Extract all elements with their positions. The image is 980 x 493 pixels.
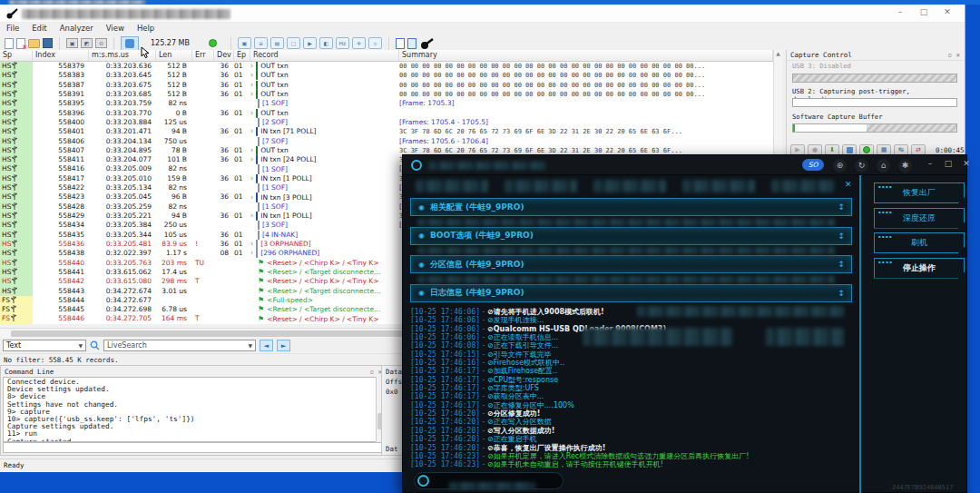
device-icon[interactable]: ▣ xyxy=(66,38,78,48)
flasher-action-button[interactable]: 恢复出厂 xyxy=(874,182,965,203)
collapse-arrows-icon[interactable]: ↕ xyxy=(838,232,845,241)
pin-icon[interactable]: ▫ xyxy=(947,51,952,59)
expand-arrow-icon[interactable]: › xyxy=(250,109,253,118)
tab-redacted[interactable] xyxy=(771,180,835,192)
command-output[interactable]: Connected device.Device settings updated… xyxy=(3,377,384,442)
minimize-button[interactable]: – xyxy=(888,7,912,16)
panel-navigator-icon[interactable]: ▣ xyxy=(238,37,251,49)
collapse-arrows-icon[interactable]: ↕ xyxy=(838,289,845,298)
stop-capture-button[interactable] xyxy=(121,36,139,51)
table-row[interactable]: HS5583910:33.203.685512 B3601›OUT txn00 … xyxy=(0,90,773,99)
flasher-close-button[interactable]: ✕ xyxy=(958,159,975,168)
export-data-icon[interactable] xyxy=(407,38,416,49)
column-header-summary[interactable]: Summary xyxy=(399,50,773,61)
flasher-action-button[interactable]: 深度还原 xyxy=(874,208,965,229)
tab-redacted[interactable] xyxy=(505,180,577,192)
menu-analyzer[interactable]: Analyzer xyxy=(54,24,100,33)
maximize-button[interactable]: □ xyxy=(912,7,936,16)
menu-edit[interactable]: Edit xyxy=(25,24,53,33)
close-file-icon[interactable] xyxy=(16,38,25,49)
expand-arrow-icon[interactable]: › xyxy=(250,193,253,202)
flasher-action-button[interactable]: 停止操作 xyxy=(874,258,965,279)
table-row[interactable]: HS5583950:33.203.75982 ns[1 SOF][Frame: … xyxy=(0,99,773,108)
panel-commandline-icon[interactable]: ▶ xyxy=(303,37,317,49)
panel-filter-icon[interactable]: ✛ xyxy=(352,37,366,49)
section-header[interactable]: ◉相关配置 (牛蛙9_9PRO)↕ xyxy=(410,198,852,216)
menu-view[interactable]: View xyxy=(100,24,131,33)
length-cell: 82 ns xyxy=(156,202,192,212)
flasher-maximize-button[interactable]: □ xyxy=(940,159,956,168)
so-badge[interactable]: SO xyxy=(802,159,824,171)
flasher-minimize-button[interactable]: – xyxy=(922,159,938,168)
panel-details-icon[interactable]: ▢ xyxy=(287,37,300,49)
menu-file[interactable]: File xyxy=(0,24,25,33)
collapse-arrows-icon[interactable]: ↕ xyxy=(838,260,845,269)
panel-transactions-icon[interactable]: ≡ xyxy=(254,37,268,49)
settings-gear-icon[interactable]: ⊙ xyxy=(95,38,107,48)
livesearch-input[interactable]: LiveSearch▼ xyxy=(103,340,256,351)
section-header[interactable]: ◉日志信息 (牛蛙9_9PRO)↕ xyxy=(410,284,852,302)
column-header-record[interactable]: Record xyxy=(250,50,399,61)
close-panel-icon[interactable]: ✕ xyxy=(956,51,960,59)
pin-icon[interactable]: ▫ xyxy=(369,368,374,376)
open-file-icon[interactable] xyxy=(28,39,40,48)
expand-arrow-icon[interactable]: › xyxy=(250,71,253,80)
section-header[interactable]: ◉分区信息 (牛蛙9_9PRO)↕ xyxy=(410,255,852,273)
refresh-icon[interactable]: ↻ xyxy=(855,159,868,173)
gear-icon[interactable]: ✱ xyxy=(898,159,912,173)
tab-redacted[interactable] xyxy=(682,180,755,192)
table-row[interactable]: HS5584000:33.203.884125 us[2 SOF][Frames… xyxy=(0,118,773,127)
search-next-button[interactable]: ► xyxy=(277,340,290,351)
tab-redacted[interactable] xyxy=(416,180,488,192)
speed-cell: HS xyxy=(0,90,33,99)
panel-packets-icon[interactable]: ▤ xyxy=(270,37,284,49)
save-file-icon[interactable] xyxy=(43,38,53,48)
column-header-dev[interactable]: Dev xyxy=(214,50,234,61)
table-row[interactable]: HS5584010:33.201.47194 B3601›IN txn [71 … xyxy=(0,127,773,136)
collapse-arrows-icon[interactable]: ↕ xyxy=(838,202,845,212)
export-doc-icon[interactable] xyxy=(396,38,405,49)
analyzer-titlebar[interactable]: – □ ✕ xyxy=(0,5,965,23)
section-header[interactable]: ◉BOOT选项 (牛蛙9_9PRO)↕ xyxy=(410,227,852,245)
flasher-action-button[interactable]: 刷机 xyxy=(874,232,965,253)
globe-icon[interactable]: ⊛ xyxy=(833,159,847,173)
column-header-len[interactable]: Len xyxy=(156,50,192,61)
flasher-titlebar[interactable]: SO ⊛ ↻ ⌂ ✱ – □ ✕ xyxy=(403,155,966,175)
expand-arrow-icon[interactable]: › xyxy=(250,62,253,71)
panel-terminal-icon[interactable]: ⌗ xyxy=(368,37,382,49)
expand-arrow-icon[interactable]: › xyxy=(250,212,253,221)
panel-bus-icon[interactable]: Hz xyxy=(336,37,349,49)
expand-arrow-icon[interactable]: › xyxy=(250,127,253,136)
column-header-sp[interactable]: Sp xyxy=(0,50,33,61)
table-row[interactable]: HS5584060:33.204.134750 us[7 SOF][Frames… xyxy=(0,137,773,146)
search-prev-button[interactable]: ◄ xyxy=(260,340,273,351)
expand-arrow-icon[interactable]: › xyxy=(250,240,253,249)
table-row[interactable]: HS5583960:33.203.7700 B3601›OUT txn xyxy=(0,109,773,118)
expand-arrow-icon[interactable]: › xyxy=(250,249,253,258)
expand-arrow-icon[interactable]: › xyxy=(250,81,253,90)
search-mode-select[interactable]: Text▼ xyxy=(3,340,86,351)
table-row[interactable]: HS5583870:33.203.675512 B3601›OUT txn00 … xyxy=(0,81,773,90)
home-icon[interactable]: ⌂ xyxy=(877,159,890,173)
command-input[interactable] xyxy=(3,442,384,453)
tab-redacted[interactable] xyxy=(593,180,666,192)
column-header-index[interactable]: Index xyxy=(33,50,89,61)
expand-arrow-icon[interactable]: › xyxy=(250,146,253,155)
expand-arrow-icon[interactable]: › xyxy=(250,155,253,164)
device-settings-icon[interactable]: ◩ xyxy=(81,38,93,48)
new-file-icon[interactable] xyxy=(5,38,14,49)
panel-info-icon[interactable]: ◧ xyxy=(319,37,333,49)
flasher-search-input[interactable] xyxy=(414,472,564,489)
grid-close-icon[interactable]: ✕ xyxy=(845,180,852,189)
table-row[interactable]: HS5583790:33.203.636512 B3601›OUT txn00 … xyxy=(0,62,773,71)
column-header-err[interactable]: Err xyxy=(192,50,214,61)
column-header-ep[interactable]: Ep xyxy=(234,50,250,61)
expand-arrow-icon[interactable]: › xyxy=(250,90,253,99)
expand-arrow-icon[interactable]: › xyxy=(250,174,253,183)
record-cell: ›OUT txn xyxy=(250,109,399,118)
time-cell: 0:34.272.674 xyxy=(89,287,156,296)
menu-help[interactable]: Help xyxy=(131,24,161,33)
speed-cell: HS xyxy=(0,71,33,80)
close-button[interactable]: ✕ xyxy=(936,7,959,16)
table-row[interactable]: HS5583830:33.203.645512 B3601›OUT txn00 … xyxy=(0,71,773,80)
